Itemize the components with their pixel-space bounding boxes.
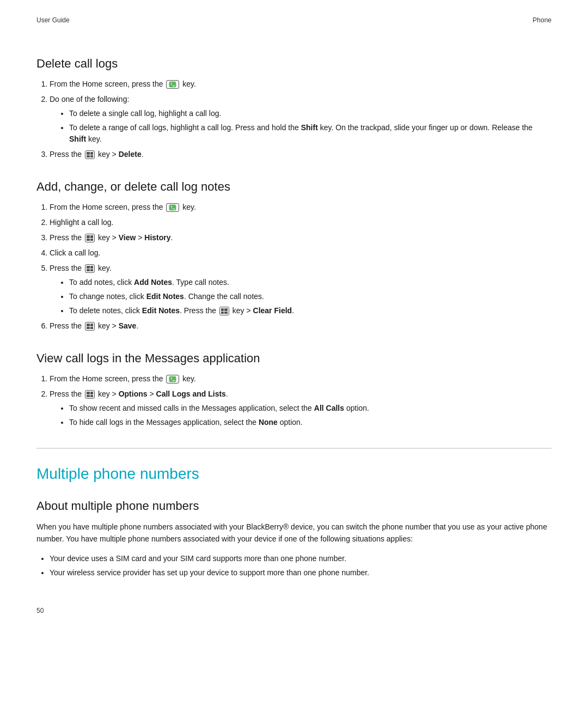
add-change-delete-steps: From the Home screen, press the key. Hig…	[36, 202, 552, 332]
menu-key-icon-6	[85, 390, 95, 399]
about-multiple-body: When you have multiple phone numbers ass…	[36, 521, 552, 545]
menu-key-icon-5	[85, 322, 95, 331]
menu-key-icon-4	[219, 307, 229, 315]
step-1: From the Home screen, press the key.	[50, 373, 552, 385]
bullet-show: To show recent and missed calls in the M…	[69, 403, 552, 414]
section-view-call-logs: View call logs in the Messages applicati…	[36, 351, 552, 428]
step-2: Press the key > Options > Call Logs and …	[50, 388, 552, 428]
bullet-hide: To hide call logs in the Messages applic…	[69, 417, 552, 428]
menu-key-icon-2	[85, 234, 95, 242]
step-5: Press the key. To add notes, click Add N…	[50, 263, 552, 317]
step-1: From the Home screen, press the key.	[50, 78, 552, 90]
step-2: Do one of the following: To delete a sin…	[50, 94, 552, 145]
step-6: Press the key > Save.	[50, 320, 552, 332]
about-multiple-bullets: Your device uses a SIM card and your SIM…	[36, 553, 552, 579]
step-5-bullets: To add notes, click Add Notes. Type call…	[50, 277, 552, 317]
phone-key-icon-2	[166, 203, 179, 212]
svg-rect-0	[169, 82, 176, 87]
menu-key-icon-3	[85, 264, 95, 273]
delete-call-logs-steps: From the Home screen, press the key. Do …	[36, 78, 552, 160]
step-2-bullets: To delete a single call log, highlight a…	[50, 108, 552, 145]
svg-rect-2	[169, 376, 176, 382]
section-heading-about-multiple: About multiple phone numbers	[36, 499, 552, 513]
step-2: Highlight a call log.	[50, 217, 552, 228]
step-2-bullets: To show recent and missed calls in the M…	[50, 403, 552, 428]
bullet-delete: To delete notes, click Edit Notes. Press…	[69, 305, 552, 317]
step-3: Press the key > Delete.	[50, 149, 552, 160]
view-call-logs-steps: From the Home screen, press the key. Pre…	[36, 373, 552, 428]
svg-rect-1	[169, 205, 176, 210]
phone-key-icon	[166, 80, 179, 89]
section-about-multiple-phone-numbers: About multiple phone numbers When you ha…	[36, 499, 552, 579]
header-left: User Guide	[36, 16, 70, 24]
step-1: From the Home screen, press the key.	[50, 202, 552, 213]
step-4: Click a call log.	[50, 247, 552, 259]
section-heading-view-call-logs: View call logs in the Messages applicati…	[36, 351, 552, 366]
divider-section: Multiple phone numbers	[36, 448, 552, 483]
section-heading-delete-call-logs: Delete call logs	[36, 57, 552, 71]
step-3: Press the key > View > History.	[50, 232, 552, 244]
bullet-provider: Your wireless service provider has set u…	[50, 567, 552, 579]
header-right: Phone	[532, 16, 552, 24]
bullet-2: To delete a range of call logs, highligh…	[69, 122, 552, 145]
page-number: 50	[36, 607, 44, 614]
bullet-add: To add notes, click Add Notes. Type call…	[69, 277, 552, 288]
section-add-change-delete: Add, change, or delete call log notes Fr…	[36, 180, 552, 332]
bullet-sim: Your device uses a SIM card and your SIM…	[50, 553, 552, 564]
bullet-change: To change notes, click Edit Notes. Chang…	[69, 291, 552, 302]
section-heading-multiple-phone-numbers: Multiple phone numbers	[36, 465, 552, 483]
section-heading-add-change-delete: Add, change, or delete call log notes	[36, 180, 552, 194]
page-header: User Guide Phone	[36, 16, 552, 24]
phone-key-icon-3	[166, 375, 179, 384]
bullet-1: To delete a single call log, highlight a…	[69, 108, 552, 119]
section-delete-call-logs: Delete call logs From the Home screen, p…	[36, 57, 552, 160]
menu-key-icon	[85, 150, 95, 159]
